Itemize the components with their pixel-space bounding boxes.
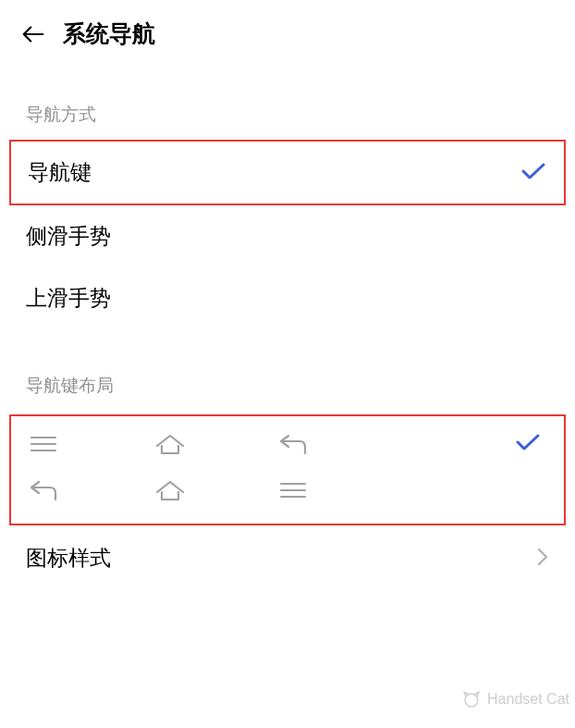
option-nav-keys[interactable]: 导航键 xyxy=(9,140,566,205)
layout-option-2[interactable] xyxy=(28,477,547,503)
chevron-right-icon xyxy=(536,547,549,571)
option-up-swipe[interactable]: 上滑手势 xyxy=(0,267,575,329)
nav-key-layout-section xyxy=(9,414,566,525)
arrow-left-icon xyxy=(20,23,46,45)
checkmark-icon xyxy=(520,160,547,186)
header: 系统导航 xyxy=(0,0,575,58)
nav-key-layout-section-label: 导航键布局 xyxy=(0,374,575,398)
option-label: 图标样式 xyxy=(26,544,111,573)
svg-point-0 xyxy=(465,694,478,707)
home-icon xyxy=(153,477,277,503)
option-label: 上滑手势 xyxy=(26,284,111,313)
back-button[interactable] xyxy=(20,21,46,47)
watermark-text: Handset Cat xyxy=(487,691,569,708)
layout-option-1[interactable] xyxy=(28,431,547,457)
menu-icon xyxy=(28,432,153,456)
checkmark-icon xyxy=(514,431,542,457)
page-title: 系统导航 xyxy=(63,19,155,49)
option-icon-style[interactable]: 图标样式 xyxy=(0,525,575,573)
menu-icon xyxy=(277,478,402,502)
back-icon xyxy=(277,431,402,457)
option-label: 侧滑手势 xyxy=(26,222,111,251)
option-label: 导航键 xyxy=(28,158,92,187)
nav-method-section-label: 导航方式 xyxy=(0,103,575,127)
watermark: Handset Cat xyxy=(461,689,569,709)
home-icon xyxy=(153,431,277,457)
back-icon xyxy=(28,477,153,503)
option-side-swipe[interactable]: 侧滑手势 xyxy=(0,205,575,267)
